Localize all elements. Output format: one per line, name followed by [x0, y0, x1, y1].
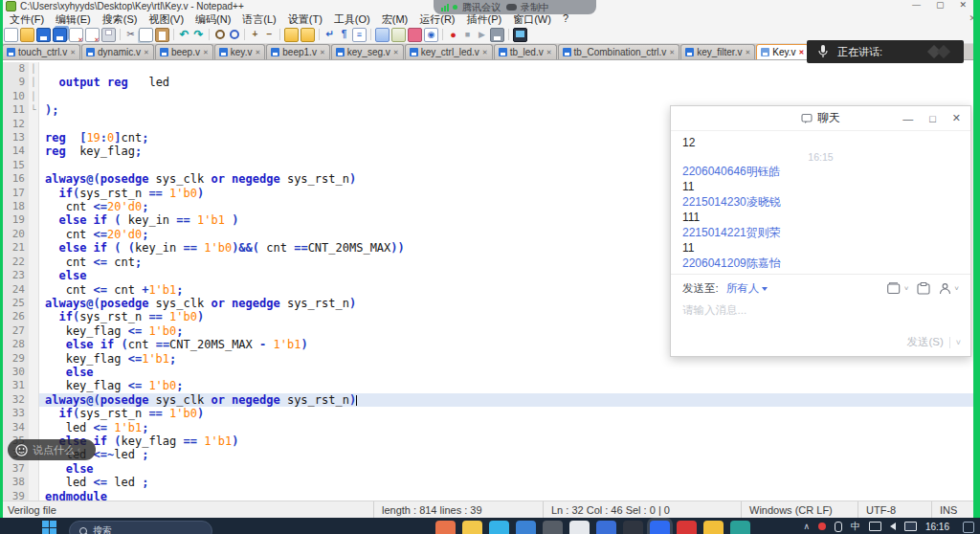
- tab-touch_ctrl.v[interactable]: touch_ctrl.v✕: [2, 44, 80, 59]
- tab-key_filter.v[interactable]: key_filter.v✕: [680, 44, 755, 59]
- chat-input[interactable]: 请输入消息...: [682, 303, 959, 318]
- code-text[interactable]: key_flag <= 1'b0;: [39, 379, 980, 392]
- fold-margin[interactable]: [29, 241, 39, 255]
- code-text[interactable]: else: [39, 366, 980, 379]
- chevron-down-icon[interactable]: ˅: [956, 338, 961, 347]
- send-button[interactable]: 发送(S) ˅: [906, 335, 961, 349]
- fold-margin[interactable]: [29, 159, 39, 172]
- taskbar-app-thunder-app[interactable]: [677, 521, 697, 534]
- status-encoding[interactable]: UTF-8: [858, 501, 932, 518]
- fold-margin[interactable]: │: [29, 62, 39, 76]
- eye-icon[interactable]: ◉: [424, 28, 438, 42]
- fold-margin[interactable]: [29, 421, 39, 434]
- taskbar-app-colorful-app[interactable]: [435, 521, 456, 534]
- fold-margin[interactable]: │: [29, 76, 39, 89]
- film-icon[interactable]: [408, 28, 422, 42]
- fold-margin[interactable]: [29, 407, 39, 420]
- fold-margin[interactable]: [29, 310, 39, 323]
- taskbar-app-camera-app[interactable]: [623, 521, 643, 534]
- status-eol-format[interactable]: Windows (CR LF): [742, 501, 858, 518]
- fold-margin[interactable]: [29, 379, 39, 392]
- taskbar-app-wps-office[interactable]: [569, 521, 590, 534]
- play-icon[interactable]: ▶: [476, 29, 488, 41]
- taskbar-app-tencent-meeting[interactable]: [650, 521, 670, 534]
- tab-key.v[interactable]: key.v✕: [214, 44, 265, 59]
- redo-icon[interactable]: ↷: [192, 29, 205, 41]
- chat-minimize-button[interactable]: —: [902, 113, 913, 124]
- tab-close-icon[interactable]: ✕: [799, 49, 805, 56]
- funclist-icon[interactable]: [375, 28, 390, 42]
- screenshot-icon[interactable]: [917, 282, 930, 295]
- cut-icon[interactable]: ✂: [124, 29, 137, 41]
- showall-icon[interactable]: ¶: [338, 29, 350, 41]
- tab-tb_Combination_ctrl.v[interactable]: tb_Combination_ctrl.v✕: [558, 44, 680, 59]
- tray-expand-icon[interactable]: ∧: [803, 522, 810, 531]
- code-text[interactable]: led <= 1'b1;: [39, 421, 980, 434]
- sync2-icon[interactable]: [301, 28, 315, 42]
- send-to-selector[interactable]: 所有人: [726, 281, 768, 296]
- menu-item-0[interactable]: 文件(F): [4, 12, 50, 27]
- tab-beep.v[interactable]: beep.v✕: [155, 44, 213, 59]
- rec-icon[interactable]: ●: [447, 29, 459, 41]
- code-text[interactable]: [39, 90, 980, 103]
- tab-tb_led.v[interactable]: tb_led.v✕: [494, 44, 557, 59]
- code-text[interactable]: [39, 62, 980, 76]
- fold-margin[interactable]: [29, 338, 39, 351]
- save-icon[interactable]: [36, 28, 51, 42]
- menu-item-7[interactable]: 工具(O): [328, 12, 376, 27]
- zoomin-icon[interactable]: +: [249, 29, 261, 41]
- undo-icon[interactable]: ↶: [178, 29, 190, 41]
- fold-margin[interactable]: [29, 490, 39, 501]
- taskbar-clock[interactable]: 16:16: [925, 522, 949, 532]
- fold-margin[interactable]: [29, 269, 39, 282]
- fold-margin[interactable]: [29, 228, 39, 241]
- guide-icon[interactable]: ≡: [352, 28, 367, 42]
- close-icon[interactable]: [69, 28, 83, 42]
- tab-beep1.v[interactable]: beep1.v✕: [266, 44, 329, 59]
- closeall-icon[interactable]: [85, 28, 100, 42]
- fold-margin[interactable]: [29, 131, 39, 145]
- fold-margin[interactable]: [29, 462, 39, 476]
- taskbar-app-grid-app[interactable]: [730, 521, 750, 534]
- fold-margin[interactable]: [29, 200, 39, 213]
- saveall-icon[interactable]: [53, 28, 67, 42]
- tab-close-icon[interactable]: ✕: [255, 49, 260, 56]
- zoomout-icon[interactable]: −: [263, 29, 276, 41]
- taskbar-app-file-explorer[interactable]: [462, 521, 482, 534]
- ime-language-indicator[interactable]: 中: [851, 520, 860, 533]
- start-button[interactable]: [42, 521, 56, 534]
- savemacro-icon[interactable]: [490, 28, 504, 42]
- taskbar-app-mail-app[interactable]: [516, 521, 536, 534]
- close-button[interactable]: ✕: [959, 0, 967, 10]
- menu-item-2[interactable]: 搜索(S): [97, 12, 144, 27]
- danmaku-placeholder[interactable]: 说点什么: [33, 443, 75, 457]
- fold-margin[interactable]: [29, 476, 39, 489]
- fold-margin[interactable]: [29, 297, 39, 310]
- fold-margin[interactable]: │: [29, 90, 39, 103]
- menu-item-4[interactable]: 编码(N): [189, 12, 236, 27]
- chat-message-list[interactable]: 1216:152206040646明钰皓112215014230凌晓锐11122…: [671, 131, 970, 274]
- tab-close-icon[interactable]: ✕: [144, 49, 149, 56]
- tray-recording-icon[interactable]: [818, 523, 826, 530]
- copy-icon[interactable]: [139, 28, 153, 42]
- tab-close-icon[interactable]: ✕: [70, 49, 76, 56]
- tab-Key.v[interactable]: Key.v✕: [756, 44, 809, 59]
- fold-margin[interactable]: [29, 352, 39, 366]
- code-text[interactable]: if(sys_rst_n == 1'b0): [39, 407, 980, 420]
- chat-maximize-button[interactable]: □: [929, 113, 936, 124]
- find-icon[interactable]: [213, 29, 226, 41]
- code-text[interactable]: always@(posedge sys_clk or negedge sys_r…: [39, 393, 980, 407]
- tab-close-icon[interactable]: ✕: [203, 49, 209, 56]
- taskbar-search[interactable]: 搜索: [69, 521, 212, 534]
- tab-close-icon[interactable]: ✕: [669, 49, 675, 56]
- member-icon[interactable]: [939, 282, 951, 295]
- menu-item-8[interactable]: 宏(M): [376, 12, 414, 27]
- tab-close-icon[interactable]: ✕: [546, 49, 552, 56]
- tray-microphone-icon[interactable]: [835, 522, 842, 532]
- taskbar-app-dell-app[interactable]: [543, 521, 563, 534]
- sync-icon[interactable]: [284, 28, 299, 42]
- tab-close-icon[interactable]: ✕: [745, 49, 750, 56]
- stop-icon[interactable]: ■: [461, 29, 474, 41]
- paste-icon[interactable]: [155, 28, 169, 42]
- chat-close-button[interactable]: ✕: [952, 112, 961, 124]
